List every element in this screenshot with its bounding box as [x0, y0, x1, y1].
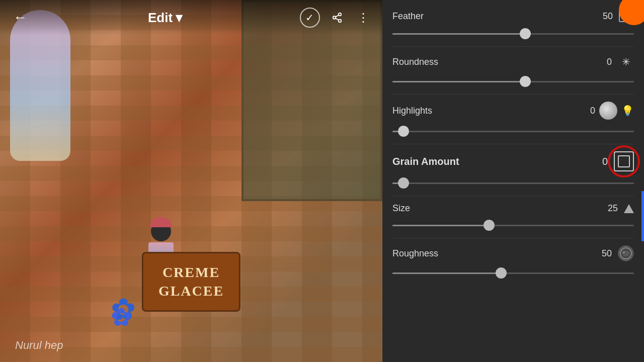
checkmark-icon: ✓	[305, 12, 314, 24]
roughness-header: Roughness 50	[392, 245, 634, 261]
size-setting: Size 25	[392, 198, 634, 233]
top-bar: ← Edit ▾ ✓ ⋮	[0, 0, 382, 35]
feather-setting: Feather 50	[392, 5, 634, 41]
grain-amount-slider[interactable]	[392, 175, 634, 191]
settings-content: Feather 50 Roundness	[382, 0, 644, 362]
feather-fill	[392, 33, 525, 35]
roughness-slider[interactable]	[392, 265, 634, 281]
bulb-icon: 💡	[621, 105, 634, 117]
share-icon	[332, 12, 343, 23]
photo-panel: ✿ CREME GLACEE ← Edit ▾ ✓ ⋮	[0, 0, 382, 362]
roughness-track	[392, 273, 634, 274]
top-icons: ✓ ⋮	[300, 8, 372, 28]
person-head	[151, 221, 171, 241]
roundness-setting: Roundness 0 ✳	[392, 49, 634, 89]
highlights-icons: 0 💡	[590, 102, 634, 120]
roughness-thumb[interactable]	[496, 267, 507, 279]
roughness-fill	[392, 273, 501, 274]
svg-point-2	[339, 20, 342, 22]
edit-title: Edit ▾	[148, 10, 182, 26]
highlights-circle	[599, 102, 617, 120]
svg-point-0	[339, 13, 342, 16]
highlights-header: Highlights 0 💡	[392, 102, 634, 120]
roughness-setting: Roughness 50	[392, 240, 634, 281]
divider-4	[392, 196, 634, 196]
grain-amount-value: 0	[602, 156, 608, 167]
roughness-svg	[618, 245, 634, 261]
feather-label: Feather	[392, 11, 424, 22]
roundness-fill	[392, 81, 525, 82]
highlights-value: 0	[590, 106, 595, 116]
highlights-slider[interactable]	[392, 124, 634, 139]
svg-line-3	[336, 18, 339, 20]
roundness-header: Roundness 0 ✳	[392, 54, 634, 70]
feather-slider[interactable]	[392, 26, 634, 41]
dropdown-arrow[interactable]: ▾	[176, 10, 182, 26]
highlights-thumb[interactable]	[398, 126, 409, 137]
size-thumb[interactable]	[484, 220, 495, 231]
more-button[interactable]: ⋮	[354, 9, 372, 27]
feather-value: 50	[603, 11, 613, 22]
highlights-label: Highlights	[392, 106, 432, 116]
grain-icon-box	[614, 151, 634, 171]
size-slider[interactable]	[392, 218, 634, 233]
grain-amount-header: Grain Amount 0	[392, 151, 634, 171]
settings-panel: Feather 50 Roundness	[382, 0, 644, 362]
svg-point-5	[619, 246, 633, 260]
feather-thumb[interactable]	[520, 28, 531, 39]
grain-icon-inner	[618, 155, 630, 167]
back-button[interactable]: ←	[10, 8, 30, 28]
sign-text-line1: CREME	[158, 263, 224, 282]
edit-label: Edit	[148, 10, 173, 26]
flower-decoration: ✿	[111, 292, 141, 332]
roundness-thumb[interactable]	[520, 76, 531, 87]
divider-2	[392, 94, 634, 95]
highlights-setting: Highlights 0 💡	[392, 97, 634, 139]
grain-amount-track	[392, 183, 634, 184]
size-value: 25	[608, 203, 618, 214]
roughness-icon	[618, 245, 634, 261]
watermark: Nurul hep	[15, 339, 63, 352]
size-header: Size 25	[392, 203, 634, 214]
roughness-label: Roughness	[392, 248, 438, 259]
cafe-sign: CREME GLACEE	[142, 252, 240, 312]
confirm-button[interactable]: ✓	[300, 8, 320, 28]
roundness-value: 0	[607, 57, 612, 67]
feather-header: Feather 50	[392, 10, 634, 22]
grain-icon-wrapper	[614, 151, 634, 171]
share-button[interactable]	[328, 9, 346, 27]
divider-1	[392, 46, 634, 47]
blue-accent-bar	[641, 191, 644, 241]
more-icon: ⋮	[357, 11, 369, 25]
triangle-icon	[624, 204, 634, 213]
svg-line-4	[336, 15, 339, 17]
grain-amount-setting: Grain Amount 0	[392, 146, 634, 191]
roughness-value: 50	[602, 248, 612, 259]
highlights-track	[392, 131, 634, 132]
roundness-track	[392, 81, 634, 82]
grain-amount-label: Grain Amount	[392, 156, 459, 167]
svg-point-1	[333, 16, 336, 19]
size-fill	[392, 225, 489, 226]
divider-5	[392, 238, 634, 238]
sign-text-line2: GLACEE	[158, 282, 224, 300]
svg-point-6	[623, 251, 625, 253]
photo-background: ✿ CREME GLACEE	[0, 0, 382, 362]
roundness-label: Roundness	[392, 57, 438, 67]
grain-amount-thumb[interactable]	[398, 177, 409, 189]
divider-3	[392, 144, 634, 144]
sun-icon: ✳	[618, 54, 634, 70]
roundness-slider[interactable]	[392, 74, 634, 89]
size-track	[392, 225, 634, 226]
size-label: Size	[392, 203, 410, 214]
feather-track	[392, 33, 634, 35]
